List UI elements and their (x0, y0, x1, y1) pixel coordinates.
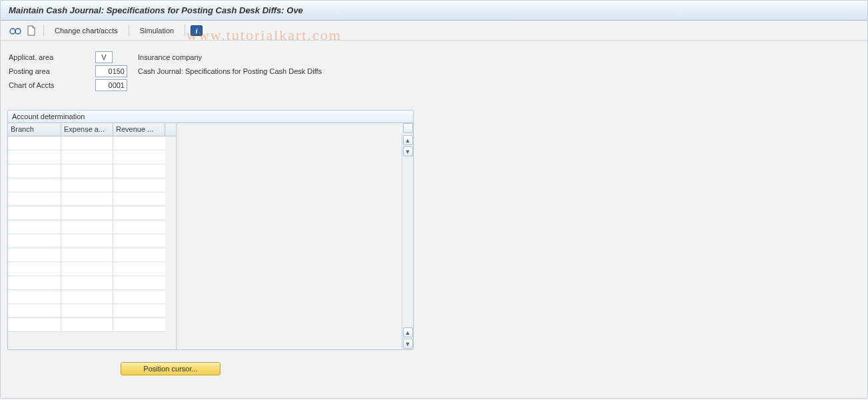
table-cell[interactable] (8, 234, 61, 248)
svg-point-1 (15, 29, 21, 34)
table-cell[interactable] (61, 220, 113, 234)
grid: Branch Expense a... Revenue ... (8, 123, 177, 349)
table-cell[interactable] (61, 192, 113, 206)
content-area: Applicat. area Insurance company Posting… (1, 41, 867, 386)
separator (185, 25, 185, 37)
table-cell[interactable] (8, 220, 61, 234)
table-cell[interactable] (8, 262, 61, 276)
separator (43, 25, 44, 37)
table-cell[interactable] (61, 290, 113, 304)
table-cell[interactable] (8, 318, 61, 332)
table-cell[interactable] (113, 304, 165, 318)
table-cell[interactable] (8, 248, 61, 262)
scroll-up2-icon[interactable]: ▲ (403, 327, 413, 337)
vertical-scrollbar[interactable]: ▲ ▼ ▲ ▼ (402, 134, 413, 349)
table-cell[interactable] (8, 290, 61, 304)
grid-right-space: ▲ ▼ ▲ ▼ (177, 123, 413, 349)
bottom-button-row: Position cursor... (7, 362, 861, 375)
table-cell[interactable] (61, 276, 113, 290)
table-cell[interactable] (61, 262, 113, 276)
table-cell[interactable] (113, 206, 165, 220)
change-chart-accts-button[interactable]: Change chart/accts (49, 25, 123, 37)
page-title: Maintain Cash Journal: Specifications fo… (9, 5, 303, 15)
table-cell[interactable] (61, 234, 113, 248)
table-cell[interactable] (61, 318, 113, 332)
table-row[interactable] (8, 248, 176, 262)
scroll-down-icon[interactable]: ▼ (403, 146, 413, 156)
table-cell[interactable] (113, 150, 165, 164)
table-cell[interactable] (113, 192, 165, 206)
table-row[interactable] (8, 150, 176, 164)
table-cell[interactable] (8, 178, 61, 192)
table-row[interactable] (8, 178, 176, 192)
table-cell[interactable] (61, 150, 113, 164)
table-row[interactable] (8, 234, 176, 248)
table-cell[interactable] (61, 136, 113, 150)
table-cell[interactable] (113, 234, 165, 248)
table-cell[interactable] (61, 248, 113, 262)
col-branch[interactable]: Branch (8, 123, 61, 136)
applicat-area-field[interactable] (95, 51, 113, 63)
table-row[interactable] (8, 206, 176, 220)
table-cell[interactable] (61, 164, 113, 178)
scroll-up-icon[interactable]: ▲ (403, 135, 413, 145)
table-cell[interactable] (113, 262, 165, 276)
glasses-icon[interactable] (9, 24, 22, 37)
col-expense[interactable]: Expense a... (61, 123, 113, 136)
title-bar: Maintain Cash Journal: Specifications fo… (1, 1, 867, 21)
applicat-area-label: Applicat. area (9, 53, 89, 61)
table-cell[interactable] (113, 220, 165, 234)
table-cell[interactable] (113, 136, 165, 150)
table-cell[interactable] (8, 192, 61, 206)
table-cell[interactable] (61, 178, 113, 192)
table-cell[interactable] (8, 164, 61, 178)
table-cell[interactable] (8, 150, 61, 164)
table-row[interactable] (8, 220, 176, 234)
table-row[interactable] (8, 192, 176, 206)
grid-config-icon[interactable] (403, 123, 413, 133)
groupbox-body: Branch Expense a... Revenue ... ▲ ▼ ▲ ▼ (8, 123, 413, 349)
table-cell[interactable] (113, 276, 165, 290)
applicat-area-desc: Insurance company (138, 53, 861, 61)
toolbar: Change chart/accts Simulation i (1, 21, 867, 41)
table-row[interactable] (8, 164, 176, 178)
groupbox-title: Account determination (8, 110, 413, 123)
table-row[interactable] (8, 290, 176, 304)
grid-header: Branch Expense a... Revenue ... (8, 123, 176, 136)
table-cell[interactable] (113, 290, 165, 304)
account-determination-group: Account determination Branch Expense a..… (7, 110, 414, 350)
table-cell[interactable] (113, 318, 165, 332)
chart-accts-label: Chart of Accts (9, 81, 89, 89)
col-revenue[interactable]: Revenue ... (113, 123, 165, 136)
separator (129, 25, 129, 37)
header-form: Applicat. area Insurance company Posting… (9, 51, 861, 91)
simulation-button[interactable]: Simulation (135, 25, 179, 37)
svg-point-0 (10, 29, 15, 34)
app-frame: Maintain Cash Journal: Specifications fo… (0, 0, 868, 399)
table-cell[interactable] (113, 248, 165, 262)
position-cursor-button[interactable]: Position cursor... (121, 362, 220, 375)
new-page-icon[interactable] (25, 24, 38, 37)
posting-area-field[interactable] (95, 65, 127, 77)
table-cell[interactable] (113, 164, 165, 178)
posting-area-desc: Cash Journal: Specifications for Posting… (138, 67, 861, 75)
scroll-down2-icon[interactable]: ▼ (403, 339, 413, 349)
table-cell[interactable] (8, 206, 61, 220)
table-cell[interactable] (113, 178, 165, 192)
table-row[interactable] (8, 136, 176, 150)
table-row[interactable] (8, 276, 176, 290)
chart-accts-field[interactable] (95, 79, 127, 91)
info-icon[interactable]: i (191, 25, 203, 36)
table-row[interactable] (8, 304, 176, 318)
table-cell[interactable] (61, 206, 113, 220)
table-cell[interactable] (8, 304, 61, 318)
table-row[interactable] (8, 262, 176, 276)
table-cell[interactable] (8, 136, 61, 150)
grid-rows (8, 136, 176, 349)
table-cell[interactable] (8, 276, 61, 290)
table-row[interactable] (8, 318, 176, 332)
posting-area-label: Posting area (9, 67, 89, 75)
table-cell[interactable] (61, 304, 113, 318)
